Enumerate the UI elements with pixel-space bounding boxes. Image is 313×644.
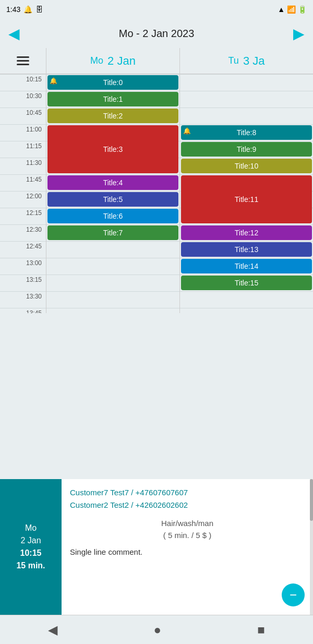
- col1-header: Mo 2 Jan: [46, 48, 179, 74]
- col1-slot-13: [46, 291, 179, 308]
- col2-slot-13: [180, 291, 313, 308]
- prev-button[interactable]: ◀: [8, 25, 20, 42]
- event-label-ev12: Title:12: [235, 229, 258, 237]
- event-ev12[interactable]: Title:12: [181, 225, 312, 240]
- event-alarm-icon: 🔔: [183, 127, 191, 135]
- popup-right-panel: Customer7 Test7 / +47607607607 Customer2…: [62, 479, 313, 615]
- service-detail: ( 5 min. / 5 $ ): [70, 530, 305, 542]
- status-left: 1:43 🔔 🗄: [6, 5, 43, 14]
- day-columns: 🔔Title:0Title:1Title:2Title:3Title:4Titl…: [46, 74, 313, 313]
- popup-service: Hair/wash/man ( 5 min. / 5 $ ): [70, 518, 305, 541]
- scrollbar-thumb[interactable]: [310, 479, 313, 521]
- col2-date: 3 Ja: [243, 54, 265, 68]
- popup-fab-button[interactable]: −: [282, 583, 305, 606]
- menu-icon[interactable]: [17, 56, 29, 65]
- event-label-ev2: Title:2: [103, 112, 123, 120]
- recent-button[interactable]: ■: [257, 623, 265, 637]
- event-label-ev1: Title:1: [103, 95, 123, 103]
- battery-icon: 🔋: [298, 5, 307, 14]
- time-label-10: 12:45: [0, 241, 46, 258]
- time-label-7: 12:00: [0, 191, 46, 208]
- time-label-9: 12:30: [0, 224, 46, 241]
- day-col-2: 🔔Title:8Title:9Title:10Title:11Title:12T…: [179, 74, 313, 313]
- storage-icon: 🗄: [35, 5, 43, 14]
- col1-date: 2 Jan: [107, 54, 136, 68]
- event-label-ev0: Title:0: [103, 78, 123, 87]
- event-ev2[interactable]: Title:2: [47, 109, 178, 123]
- event-label-ev14: Title:14: [235, 262, 258, 270]
- scrollbar[interactable]: [310, 479, 313, 615]
- col2-slot-2: [180, 108, 313, 124]
- event-ev7[interactable]: Title:7: [47, 225, 178, 240]
- home-button[interactable]: ●: [153, 623, 161, 637]
- popup-customers: Customer7 Test7 / +47607607607 Customer2…: [70, 486, 305, 511]
- col2-day: Tu: [228, 55, 239, 66]
- event-ev0[interactable]: 🔔Title:0: [47, 75, 178, 90]
- event-ev10[interactable]: Title:10: [181, 159, 312, 173]
- signal-icon: 📶: [287, 5, 296, 14]
- event-label-ev9: Title:9: [237, 145, 257, 153]
- popup-left-panel: Mo 2 Jan 10:15 15 min.: [0, 479, 62, 615]
- column-headers: Mo 2 Jan Tu 3 Ja: [0, 48, 313, 74]
- event-ev9[interactable]: Title:9: [181, 142, 312, 157]
- time-label-5: 11:30: [0, 158, 46, 174]
- time-label-3: 11:00: [0, 124, 46, 141]
- col1-day: Mo: [90, 55, 103, 66]
- time-label-11: 13:00: [0, 258, 46, 275]
- event-ev14[interactable]: Title:14: [181, 259, 312, 273]
- event-label-ev7: Title:7: [103, 229, 123, 237]
- next-button[interactable]: ▶: [293, 25, 305, 42]
- event-label-ev3: Title:3: [103, 145, 123, 153]
- event-label-ev13: Title:13: [235, 245, 258, 254]
- event-alarm-icon: 🔔: [50, 77, 57, 85]
- col2-slot-14: [180, 308, 313, 313]
- event-ev15[interactable]: Title:15: [181, 276, 312, 290]
- col1-slot-10: [46, 241, 179, 258]
- status-right: ▲ 📶 🔋: [278, 5, 307, 14]
- event-ev13[interactable]: Title:13: [181, 242, 312, 257]
- status-time: 1:43: [6, 5, 20, 14]
- nav-bar: ◀ Mo - 2 Jan 2023 ▶: [0, 19, 313, 48]
- notification-icon: 🔔: [23, 5, 32, 14]
- nav-title: Mo - 2 Jan 2023: [119, 28, 195, 40]
- time-label-14: 13:45: [0, 308, 46, 313]
- event-ev6[interactable]: Title:6: [47, 209, 178, 223]
- time-label-2: 10:45: [0, 108, 46, 124]
- event-ev4[interactable]: Title:4: [47, 175, 178, 190]
- col2-slot-1: [180, 91, 313, 108]
- popup-time: 10:15: [20, 547, 42, 559]
- event-ev5[interactable]: Title:5: [47, 192, 178, 207]
- time-label-6: 11:45: [0, 174, 46, 191]
- event-popup: Mo 2 Jan 10:15 15 min. Customer7 Test7 /…: [0, 479, 313, 615]
- event-label-ev10: Title:10: [235, 162, 258, 170]
- col1-slot-11: [46, 258, 179, 275]
- event-ev1[interactable]: Title:1: [47, 92, 178, 106]
- day-col-1: 🔔Title:0Title:1Title:2Title:3Title:4Titl…: [46, 74, 179, 313]
- col2-slot-0: [180, 74, 313, 91]
- event-label-ev11: Title:11: [235, 195, 258, 204]
- time-label-12: 13:15: [0, 275, 46, 291]
- popup-date: 2 Jan: [20, 534, 41, 547]
- popup-duration: 15 min.: [16, 559, 45, 572]
- status-bar: 1:43 🔔 🗄 ▲ 📶 🔋: [0, 0, 313, 19]
- time-label-1: 10:30: [0, 91, 46, 108]
- event-ev11[interactable]: Title:11: [181, 175, 312, 223]
- event-ev8[interactable]: 🔔Title:8: [181, 125, 312, 140]
- event-label-ev4: Title:4: [103, 178, 123, 187]
- event-label-ev5: Title:5: [103, 195, 123, 204]
- bottom-nav: ◀ ● ■: [0, 615, 313, 644]
- event-label-ev6: Title:6: [103, 212, 123, 220]
- wifi-icon: ▲: [278, 5, 285, 14]
- col2-header: Tu 3 Ja: [179, 48, 313, 74]
- header-gutter: [0, 48, 46, 74]
- back-button[interactable]: ◀: [48, 623, 57, 637]
- time-label-13: 13:30: [0, 291, 46, 308]
- col1-slot-12: [46, 275, 179, 291]
- event-label-ev15: Title:15: [235, 279, 258, 287]
- event-ev3[interactable]: Title:3: [47, 125, 178, 173]
- customer1: Customer7 Test7 / +47607607607: [70, 486, 305, 499]
- customer2: Customer2 Test2 / +42602602602: [70, 499, 305, 511]
- time-label-4: 11:15: [0, 141, 46, 158]
- service-name: Hair/wash/man: [70, 518, 305, 530]
- col1-slot-14: [46, 308, 179, 313]
